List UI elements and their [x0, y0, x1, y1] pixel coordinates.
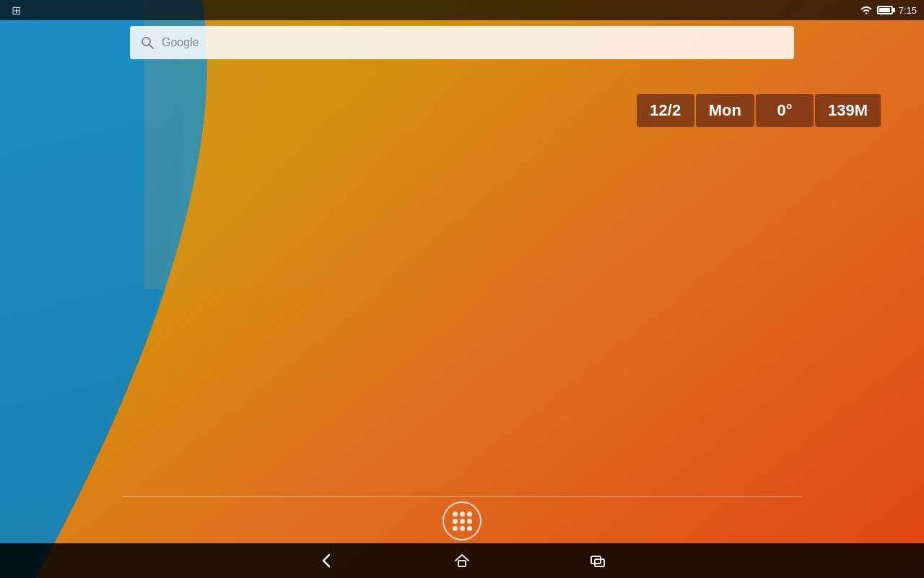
app-drawer-button[interactable] — [443, 501, 481, 540]
dots-grid — [453, 512, 472, 531]
svg-rect-2 — [458, 561, 466, 566]
dot — [460, 519, 465, 524]
dot — [453, 512, 458, 517]
back-button[interactable] — [316, 551, 336, 571]
dot — [467, 519, 472, 524]
dot — [460, 526, 465, 531]
nav-bar — [0, 543, 924, 578]
dot — [460, 512, 465, 517]
widget-day: Mon — [696, 94, 754, 127]
home-button[interactable] — [452, 551, 472, 571]
wifi-icon — [860, 5, 873, 15]
recent-apps-button[interactable] — [588, 551, 608, 571]
time-display: 7:15 — [899, 5, 917, 16]
dot — [453, 519, 458, 524]
widget-bar[interactable]: 12/2 Mon 0° 139M — [637, 94, 881, 127]
app-drawer-area[interactable] — [443, 501, 481, 540]
battery-fill — [879, 8, 890, 12]
back-icon — [316, 551, 336, 571]
status-bar-left: ⊞ — [7, 4, 855, 17]
battery-icon — [877, 6, 893, 14]
search-bar[interactable] — [130, 26, 794, 59]
wallpaper — [0, 0, 924, 578]
home-icon — [452, 551, 472, 571]
search-icon — [140, 35, 154, 50]
divider — [123, 496, 801, 497]
search-icon-wrap — [140, 35, 154, 50]
status-bar-right: 7:15 — [860, 5, 917, 16]
search-input[interactable] — [162, 36, 784, 49]
widget-date: 12/2 — [637, 94, 694, 127]
tune-icon: ⊞ — [12, 4, 21, 17]
svg-line-1 — [149, 45, 153, 48]
recent-icon — [588, 551, 608, 571]
widget-temperature: 0° — [756, 94, 814, 127]
dot — [467, 526, 472, 531]
widget-storage: 139M — [815, 94, 881, 127]
dot — [467, 512, 472, 517]
dot — [453, 526, 458, 531]
status-bar: ⊞ 7:15 — [0, 0, 924, 20]
